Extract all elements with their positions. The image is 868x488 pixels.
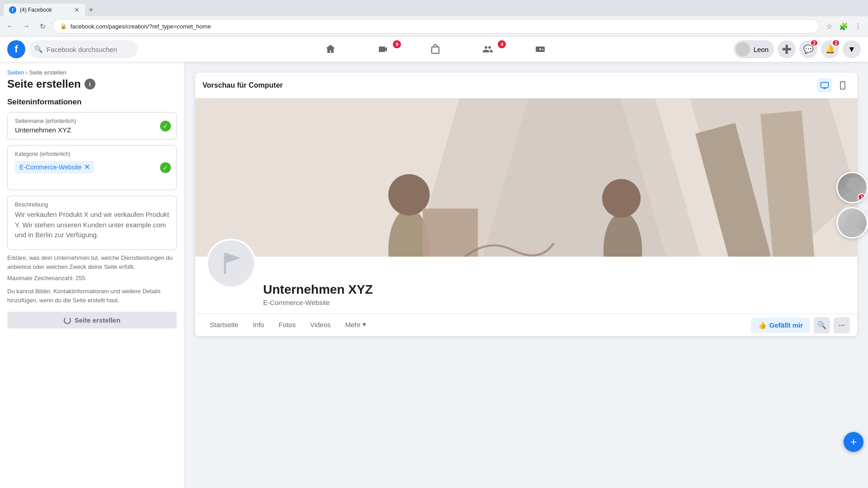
lock-icon: 🔒 bbox=[60, 23, 67, 29]
notifications-badge: 2 bbox=[832, 39, 840, 47]
messenger-button[interactable]: 💬 2 bbox=[799, 40, 817, 58]
plus-icon: ➕ bbox=[782, 44, 792, 54]
page-tabs: Startseite Info Fotos Videos Mehr ▾ 👍 Ge… bbox=[195, 314, 857, 336]
more-options-button[interactable]: ··· bbox=[834, 317, 850, 333]
svg-point-6 bbox=[738, 51, 747, 56]
right-panel: Vorschau für Computer bbox=[184, 62, 868, 488]
category-label: Kategorie (erforderlich) bbox=[15, 151, 169, 157]
search-input[interactable] bbox=[47, 46, 132, 53]
tab-fotos[interactable]: Fotos bbox=[271, 314, 303, 336]
preview-container: Vorschau für Computer bbox=[195, 73, 857, 336]
svg-point-26 bbox=[847, 178, 860, 191]
page-title-text: Seite erstellen bbox=[7, 78, 81, 90]
profile-section: Unternehmen XYZ E-Commerce-Website bbox=[195, 257, 857, 314]
forward-button[interactable]: → bbox=[20, 20, 33, 33]
breadcrumb-separator: › bbox=[26, 69, 28, 76]
category-remove-button[interactable]: ✕ bbox=[84, 164, 90, 171]
tab-info[interactable]: Info bbox=[245, 314, 271, 336]
float-avatar-2 bbox=[836, 207, 868, 239]
like-button[interactable]: 👍 Gefällt mir bbox=[751, 318, 810, 333]
svg-point-28 bbox=[847, 213, 860, 226]
profile-category: E-Commerce-Website bbox=[263, 299, 373, 306]
description-field[interactable]: Beschreibung Wir verkaufen Produkt X und… bbox=[7, 196, 177, 250]
user-name: Leon bbox=[754, 46, 769, 53]
page-actions: 👍 Gefällt mir 🔍 ··· bbox=[751, 317, 850, 333]
chevron-down-button[interactable]: ▼ bbox=[843, 40, 861, 58]
breadcrumb-current: Seite erstellen bbox=[29, 69, 66, 76]
float-panel: 1 bbox=[836, 172, 868, 239]
nav-video[interactable]: 9 bbox=[358, 38, 408, 60]
facebook-header: f 🔍 9 4 Leon ➕ bbox=[0, 37, 868, 62]
svg-point-4 bbox=[543, 49, 544, 50]
nav-marketplace[interactable] bbox=[410, 38, 461, 60]
new-tab-button[interactable]: + bbox=[85, 5, 97, 15]
tab-videos[interactable]: Videos bbox=[303, 314, 338, 336]
max-chars-text: Maximale Zeichenanzahl: 255 bbox=[7, 275, 177, 282]
cover-image bbox=[195, 99, 857, 257]
breadcrumb-pages-link[interactable]: Seiten bbox=[7, 69, 24, 76]
description-label: Beschreibung bbox=[15, 202, 169, 208]
address-bar[interactable]: 🔒 facebook.com/pages/creation/?ref_type=… bbox=[52, 19, 819, 33]
add-button[interactable]: ➕ bbox=[778, 40, 796, 58]
description-text: Wir verkaufen Produkt X und wir verkaufe… bbox=[15, 210, 169, 240]
messenger-badge: 2 bbox=[810, 39, 818, 47]
page-name-value[interactable]: Unternehmen XYZ bbox=[15, 126, 169, 134]
main-layout: Seiten › Seite erstellen Seite erstellen… bbox=[0, 62, 868, 488]
cover-illustration bbox=[195, 99, 857, 257]
category-check: ✓ bbox=[160, 162, 171, 173]
reload-button[interactable]: ↻ bbox=[36, 20, 49, 33]
facebook-nav: 9 4 bbox=[141, 38, 730, 60]
info-button[interactable]: i bbox=[85, 79, 95, 89]
svg-point-20 bbox=[602, 179, 641, 217]
left-panel: Seiten › Seite erstellen Seite erstellen… bbox=[0, 62, 184, 488]
extensions-button[interactable]: 🧩 bbox=[837, 20, 850, 33]
chevron-down-icon: ▼ bbox=[848, 45, 856, 54]
svg-rect-23 bbox=[208, 240, 254, 286]
section-title: Seiteninformationen bbox=[7, 98, 177, 107]
svg-rect-18 bbox=[423, 209, 478, 257]
nav-home[interactable] bbox=[305, 38, 356, 60]
chevron-down-icon: ▾ bbox=[363, 320, 366, 328]
svg-point-11 bbox=[842, 87, 843, 88]
notifications-button[interactable]: 🔔 2 bbox=[821, 40, 839, 58]
tab-title: (4) Facebook bbox=[20, 7, 71, 13]
float-add-button[interactable]: + bbox=[844, 432, 863, 452]
desktop-view-button[interactable] bbox=[817, 78, 832, 93]
breadcrumb: Seiten › Seite erstellen bbox=[7, 69, 177, 76]
facebook-logo: f bbox=[7, 40, 25, 58]
profile-avatar bbox=[206, 239, 256, 288]
nav-gaming[interactable] bbox=[515, 38, 566, 60]
category-tag-text: E-Commerce-Website bbox=[19, 164, 81, 171]
user-profile-button[interactable]: Leon bbox=[734, 40, 774, 58]
search-bar[interactable]: 🔍 bbox=[29, 40, 137, 58]
browser-chrome: f (4) Facebook ✕ + ← → ↻ 🔒 facebook.com/… bbox=[0, 0, 868, 37]
back-button[interactable]: ← bbox=[4, 20, 16, 33]
search-icon: 🔍 bbox=[34, 45, 43, 53]
page-title: Seite erstellen i bbox=[7, 78, 177, 90]
preview-header: Vorschau für Computer bbox=[195, 73, 857, 99]
video-badge: 9 bbox=[393, 40, 401, 48]
search-page-button[interactable]: 🔍 bbox=[814, 317, 830, 333]
search-icon: 🔍 bbox=[817, 321, 826, 329]
category-field: Kategorie (erforderlich) E-Commerce-Webs… bbox=[7, 145, 177, 190]
ellipsis-icon: ··· bbox=[839, 321, 844, 329]
like-button-label: Gefällt mir bbox=[769, 321, 803, 329]
browser-tab-active[interactable]: f (4) Facebook ✕ bbox=[4, 4, 85, 16]
mobile-view-button[interactable] bbox=[835, 78, 850, 93]
create-page-button[interactable]: Seite erstellen bbox=[7, 312, 177, 328]
tab-close-button[interactable]: ✕ bbox=[74, 6, 80, 14]
mehr-label: Mehr bbox=[345, 321, 361, 328]
logo-letter: f bbox=[14, 43, 18, 55]
tab-startseite[interactable]: Startseite bbox=[203, 314, 245, 336]
menu-button[interactable]: ⋮ bbox=[852, 20, 864, 33]
avatar-1-badge: 1 bbox=[858, 193, 866, 201]
svg-point-3 bbox=[542, 48, 543, 49]
browser-addressbar: ← → ↻ 🔒 facebook.com/pages/creation/?ref… bbox=[0, 16, 868, 36]
nav-groups[interactable]: 4 bbox=[462, 38, 513, 60]
bookmark-button[interactable]: ☆ bbox=[823, 20, 835, 33]
browser-actions: ☆ 🧩 ⋮ bbox=[823, 20, 864, 33]
groups-badge: 4 bbox=[498, 40, 506, 48]
svg-rect-24 bbox=[224, 253, 226, 274]
svg-point-5 bbox=[740, 45, 745, 50]
tab-mehr[interactable]: Mehr ▾ bbox=[338, 314, 373, 336]
